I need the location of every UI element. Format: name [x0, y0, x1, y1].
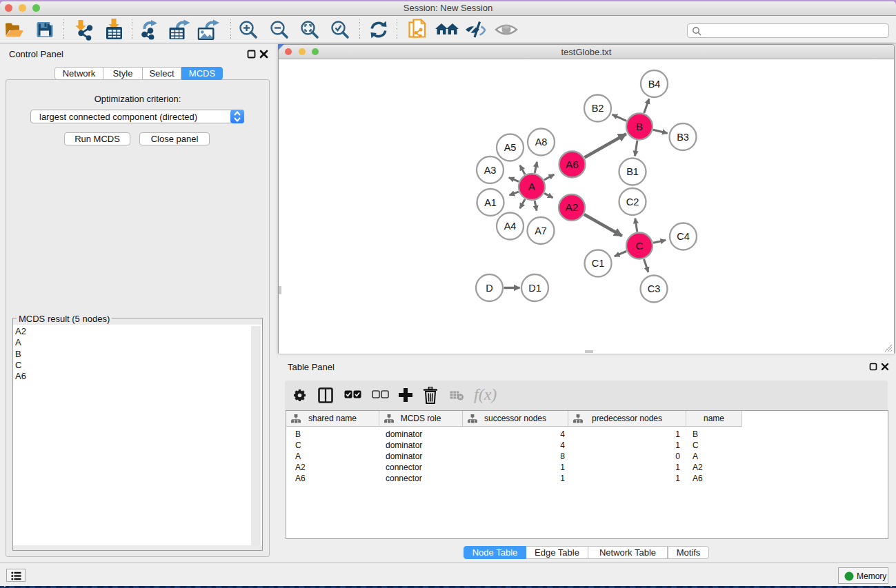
svg-text:A8: A8: [535, 136, 548, 148]
svg-text:D: D: [486, 283, 492, 294]
svg-text:A4: A4: [504, 221, 517, 232]
svg-text:B: B: [636, 121, 643, 132]
svg-text:C: C: [635, 240, 643, 252]
svg-text:A2: A2: [566, 201, 579, 213]
svg-text:C2: C2: [626, 196, 639, 207]
svg-text:A6: A6: [566, 159, 579, 170]
svg-text:A3: A3: [484, 165, 497, 176]
svg-text:C4: C4: [677, 231, 690, 242]
svg-text:A5: A5: [504, 142, 517, 153]
svg-text:B3: B3: [677, 132, 689, 143]
svg-text:C3: C3: [648, 283, 661, 294]
svg-text:C1: C1: [592, 258, 605, 269]
svg-text:B4: B4: [648, 79, 661, 90]
svg-text:A: A: [528, 181, 536, 192]
svg-text:D1: D1: [528, 283, 541, 294]
svg-text:B2: B2: [592, 103, 604, 114]
svg-text:A1: A1: [484, 197, 497, 208]
svg-text:A7: A7: [535, 225, 547, 236]
svg-text:B1: B1: [626, 166, 639, 177]
